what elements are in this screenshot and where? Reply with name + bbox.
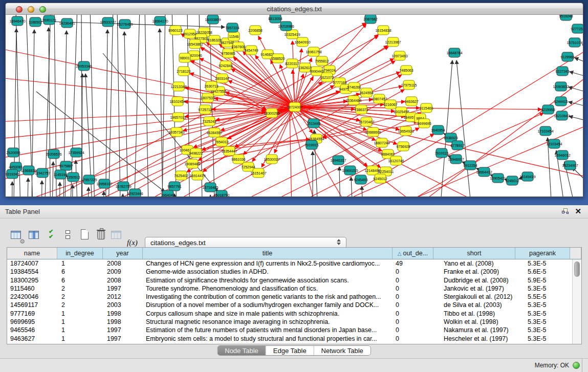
delete-table-button[interactable] xyxy=(94,228,108,243)
column-header-title[interactable]: title xyxy=(143,248,393,259)
select-all-columns-button[interactable]: ✔✔ xyxy=(45,228,59,243)
table-cell[interactable]: Estimation of significance thresholds fo… xyxy=(143,276,393,285)
graph-edge[interactable] xyxy=(221,108,290,130)
table-row[interactable]: 1456911722003Disruption of a novel membe… xyxy=(7,301,572,309)
table-cell[interactable]: Changes of HCN gene expression and I(f) … xyxy=(143,259,393,268)
graph-edge[interactable] xyxy=(569,87,583,93)
table-row[interactable]: 2242004622012Investigating the contribut… xyxy=(7,293,572,301)
table-row[interactable]: 1830029562008Estimation of significance … xyxy=(7,276,572,285)
table-cell[interactable]: 0 xyxy=(393,268,433,276)
table-cell[interactable]: 0 xyxy=(393,335,433,343)
table-cell[interactable]: 2 xyxy=(57,301,103,309)
tab-network-table[interactable]: Network Table xyxy=(314,346,371,355)
graph-edge[interactable] xyxy=(252,111,292,162)
table-cell[interactable]: 1998 xyxy=(103,310,143,318)
table-cell[interactable]: 5.6E-5 xyxy=(515,268,570,276)
table-cell[interactable]: Wolkin et al. (1998) xyxy=(433,318,515,326)
graph-edge[interactable] xyxy=(228,109,291,139)
table-cell[interactable]: 1 xyxy=(57,310,103,318)
tab-node-table[interactable]: Node Table xyxy=(217,346,266,355)
column-header-pagerank[interactable]: pagerank xyxy=(515,248,570,259)
table-cell[interactable]: 5.3E-5 xyxy=(515,326,570,334)
table-cell[interactable]: 2 xyxy=(57,293,103,301)
table-cell[interactable]: 0 xyxy=(393,301,433,309)
table-row[interactable]: 969969511998Structural magnetic resonanc… xyxy=(7,318,572,326)
table-cell[interactable]: 2008 xyxy=(103,276,143,285)
table-cell[interactable]: Nakamura et al. (1997) xyxy=(433,326,515,334)
table-cell[interactable]: 1 xyxy=(57,259,103,268)
table-cell[interactable]: 9465546 xyxy=(7,326,57,334)
graph-edge[interactable] xyxy=(103,191,104,197)
graph-edge[interactable] xyxy=(210,195,213,197)
table-cell[interactable]: 9115460 xyxy=(7,285,57,293)
table-cell[interactable]: 0 xyxy=(393,293,433,301)
graph-edge[interactable] xyxy=(90,15,95,197)
table-row[interactable]: 1938455462009Genome-wide association stu… xyxy=(7,268,572,276)
table-row[interactable]: 946554611997Estimation of the future num… xyxy=(7,326,572,334)
table-cell[interactable]: 9699695 xyxy=(7,318,57,326)
table-cell[interactable]: 1 xyxy=(57,326,103,334)
graph-edge[interactable] xyxy=(117,15,121,197)
table-cell[interactable]: Stergiakouli et al. (2012) xyxy=(433,293,515,301)
table-cell[interactable]: Dudbridge et al. (2008) xyxy=(433,276,515,285)
create-table-button[interactable] xyxy=(78,228,92,243)
graph-edge[interactable] xyxy=(456,60,474,197)
table-cell[interactable]: Genome-wide association studies in ADHD. xyxy=(143,268,393,276)
table-cell[interactable]: 5.9E-5 xyxy=(515,276,570,285)
table-cell[interactable]: 5.3E-5 xyxy=(515,259,570,268)
close-panel-icon[interactable]: ✕ xyxy=(575,207,581,216)
table-cell[interactable]: 49 xyxy=(393,259,433,268)
function-builder-button[interactable]: f(x) xyxy=(127,238,138,247)
table-cell[interactable]: 0 xyxy=(393,318,433,326)
table-cell[interactable]: 5.3E-5 xyxy=(515,285,570,293)
graph-edge[interactable] xyxy=(290,108,364,197)
graph-edge[interactable] xyxy=(295,49,301,102)
graph-edge[interactable] xyxy=(26,108,290,197)
column-header-out_de[interactable]: △out_de... xyxy=(393,248,433,259)
graph-edge[interactable] xyxy=(6,108,290,122)
table-cell[interactable]: 1997 xyxy=(103,285,143,293)
table-cell[interactable]: Hescheler et al. (1997) xyxy=(433,335,515,343)
graph-edge[interactable] xyxy=(197,140,310,163)
graph-edge[interactable] xyxy=(72,185,73,197)
table-row[interactable]: 911546021997Tourette syndrome. Phenomeno… xyxy=(7,285,572,293)
table-cell[interactable]: 6 xyxy=(57,268,103,276)
graph-edge[interactable] xyxy=(582,45,583,49)
vertical-scrollbar[interactable] xyxy=(572,259,581,344)
table-cell[interactable]: Yano et al. (2008) xyxy=(433,259,515,268)
row-options-button[interactable] xyxy=(61,228,75,243)
table-row[interactable]: 977716911998Corpus callosum shape and si… xyxy=(7,310,572,318)
tab-edge-table[interactable]: Edge Table xyxy=(266,346,314,355)
graph-edge[interactable] xyxy=(12,182,12,197)
table-cell[interactable]: 0 xyxy=(393,310,433,318)
table-cell[interactable]: 18300295 xyxy=(7,276,57,285)
table-row[interactable]: 946362711997Embryonic stem cells: a mode… xyxy=(7,335,572,343)
graph-edge[interactable] xyxy=(298,82,322,104)
graph-edge[interactable] xyxy=(290,108,583,179)
table-cell[interactable]: 5.3E-5 xyxy=(515,318,570,326)
graph-edge[interactable] xyxy=(124,32,128,197)
table-cell[interactable]: 2003 xyxy=(103,301,143,309)
table-cell[interactable]: Structural magnetic resonance image aver… xyxy=(143,318,393,326)
table-cell[interactable]: 0 xyxy=(393,285,433,293)
table-cell[interactable]: 2 xyxy=(57,285,103,293)
table-cell[interactable]: 1997 xyxy=(103,326,143,334)
table-cell[interactable]: 9463627 xyxy=(7,335,57,343)
table-cell[interactable]: 2008 xyxy=(103,259,143,268)
table-cell[interactable]: 0 xyxy=(393,326,433,334)
table-cell[interactable]: 5.3E-5 xyxy=(515,335,570,343)
table-cell[interactable]: Franke et al. (2009) xyxy=(433,268,515,276)
table-cell[interactable]: 1997 xyxy=(103,335,143,343)
show-columns-button[interactable] xyxy=(27,228,41,243)
table-cell[interactable]: 18724007 xyxy=(7,259,57,268)
table-cell[interactable]: 19384554 xyxy=(7,268,57,276)
network-canvas[interactable]: 1872400789601238912954182260589827503165… xyxy=(6,15,583,197)
column-header-in_degree[interactable]: in_degree xyxy=(57,248,103,259)
table-cell[interactable]: 5.3E-5 xyxy=(515,301,570,309)
table-cell[interactable]: Corpus callosum shape and size in male p… xyxy=(143,310,393,318)
network-view-window[interactable]: citations_edges.txt 18724007896012389129… xyxy=(5,3,583,197)
table-cell[interactable]: Disruption of a novel member of a sodium… xyxy=(143,301,393,309)
table-settings-button[interactable]: ⚙ xyxy=(9,228,24,243)
table-cell[interactable]: 1 xyxy=(57,318,103,326)
graph-edge[interactable] xyxy=(575,58,583,63)
